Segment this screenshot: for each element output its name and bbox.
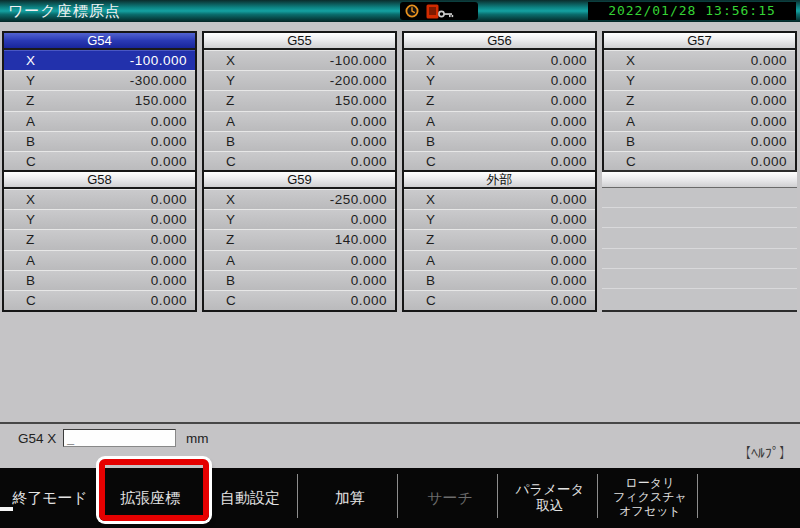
softkey-end-mode[interactable]: 終了モード: [0, 468, 100, 528]
table-row[interactable]: A0.000: [4, 111, 195, 131]
axis-label: Y: [204, 212, 271, 227]
softkey-label: オフセット: [619, 505, 680, 519]
softkey-extended-coordinate[interactable]: 拡張座標: [100, 468, 200, 528]
key-lock-icon: [426, 4, 454, 19]
softkey-search[interactable]: サーチ: [400, 468, 500, 528]
table-row[interactable]: B0.000: [404, 270, 595, 290]
axis-value: 0.000: [471, 73, 595, 88]
clock-icon: [405, 4, 419, 18]
table-row[interactable]: X0.000: [404, 50, 595, 70]
table-row[interactable]: Z0.000: [4, 229, 195, 249]
axis-value: 0.000: [471, 232, 595, 247]
table-row[interactable]: B0.000: [404, 131, 595, 151]
table-row[interactable]: X0.000: [4, 189, 195, 209]
table-row[interactable]: X-250.000: [204, 189, 395, 209]
axis-value: -250.000: [271, 192, 395, 207]
table-row[interactable]: C0.000: [204, 151, 395, 171]
table-row[interactable]: A0.000: [204, 111, 395, 131]
table-row[interactable]: A0.000: [604, 111, 795, 131]
axis-value: 0.000: [471, 154, 595, 169]
table-row[interactable]: A0.000: [404, 250, 595, 270]
axis-value: 0.000: [271, 253, 395, 268]
coord-table-3: G56X0.000Y0.000Z0.000A0.000B0.000C0.000: [402, 31, 597, 173]
table-row[interactable]: C0.000: [404, 290, 595, 310]
axis-label: X: [604, 53, 671, 68]
table-row[interactable]: X0.000: [404, 189, 595, 209]
table-row[interactable]: X0.000: [604, 50, 795, 70]
axis-value: 0.000: [471, 134, 595, 149]
axis-label: B: [204, 273, 271, 288]
axis-value: 0.000: [671, 73, 795, 88]
axis-value: 0.000: [671, 114, 795, 129]
empty-table-row: [602, 248, 797, 268]
table-row[interactable]: B0.000: [204, 131, 395, 151]
table-row[interactable]: Z150.000: [204, 90, 395, 110]
softkey-auto-setting[interactable]: 自動設定: [200, 468, 300, 528]
softkey-addition[interactable]: 加算: [300, 468, 400, 528]
table-header: G59: [204, 172, 395, 189]
table-row[interactable]: Y0.000: [204, 209, 395, 229]
status-icon-plate: [400, 2, 478, 20]
table-row[interactable]: C0.000: [204, 290, 395, 310]
table-row[interactable]: Y0.000: [4, 209, 195, 229]
coord-table-2: G55X-100.000Y-200.000Z150.000A0.000B0.00…: [202, 31, 397, 173]
table-row[interactable]: A0.000: [4, 250, 195, 270]
table-header: G57: [604, 33, 795, 50]
axis-label: X: [204, 53, 271, 68]
axis-label: B: [204, 134, 271, 149]
axis-value: 0.000: [71, 253, 195, 268]
coord-table-5: G58X0.000Y0.000Z0.000A0.000B0.000C0.000: [2, 170, 197, 312]
table-row[interactable]: A0.000: [404, 111, 595, 131]
table-row[interactable]: A0.000: [204, 250, 395, 270]
axis-value: 0.000: [271, 154, 395, 169]
table-row[interactable]: C0.000: [604, 151, 795, 171]
table-row[interactable]: C0.000: [4, 151, 195, 171]
axis-value: 0.000: [471, 53, 595, 68]
axis-value: -200.000: [271, 73, 395, 88]
axis-value: 0.000: [471, 253, 595, 268]
table-row[interactable]: Z150.000: [4, 90, 195, 110]
axis-label: Y: [4, 212, 71, 227]
axis-value: 0.000: [71, 232, 195, 247]
axis-label: Z: [204, 93, 271, 108]
table-header: G54: [4, 33, 195, 50]
softkey-separator: [397, 474, 398, 518]
table-row[interactable]: Y0.000: [604, 70, 795, 90]
axis-value: 0.000: [71, 212, 195, 227]
table-row[interactable]: Y-300.000: [4, 70, 195, 90]
axis-value: 0.000: [471, 293, 595, 308]
softkey-rotary-fixture-offset[interactable]: ロータリフィクスチャオフセット: [600, 468, 700, 528]
softkey-label: サーチ: [427, 489, 473, 507]
axis-label: C: [4, 293, 71, 308]
unit-label: mm: [186, 431, 209, 446]
value-input[interactable]: _: [63, 429, 176, 447]
axis-label: X: [404, 53, 471, 68]
softkey-parameter-import[interactable]: パラメータ取込: [500, 468, 600, 528]
axis-value: 0.000: [71, 154, 195, 169]
table-row[interactable]: C0.000: [4, 290, 195, 310]
table-row[interactable]: Z140.000: [204, 229, 395, 249]
axis-label: Z: [204, 232, 271, 247]
table-row[interactable]: Y-200.000: [204, 70, 395, 90]
axis-label: A: [204, 114, 271, 129]
table-row[interactable]: Z0.000: [404, 229, 595, 249]
axis-label: Y: [4, 73, 71, 88]
table-row[interactable]: Y0.000: [404, 70, 595, 90]
table-row[interactable]: Z0.000: [604, 90, 795, 110]
softkey-label: 加算: [335, 489, 365, 507]
axis-value: 0.000: [471, 93, 595, 108]
table-row[interactable]: X-100.000: [204, 50, 395, 70]
input-cursor: _: [67, 431, 74, 445]
table-row[interactable]: B0.000: [4, 131, 195, 151]
table-row[interactable]: Y0.000: [404, 209, 595, 229]
table-row[interactable]: B0.000: [4, 270, 195, 290]
table-row[interactable]: Z0.000: [404, 90, 595, 110]
table-row[interactable]: B0.000: [604, 131, 795, 151]
table-group-bottom: G58X0.000Y0.000Z0.000A0.000B0.000C0.000G…: [2, 170, 797, 312]
axis-value: 0.000: [471, 114, 595, 129]
table-row[interactable]: B0.000: [204, 270, 395, 290]
table-row[interactable]: X-100.000: [4, 50, 195, 70]
axis-label: A: [4, 253, 71, 268]
table-row[interactable]: C0.000: [404, 151, 595, 171]
softkey-bar: 終了モード拡張座標自動設定加算サーチパラメータ取込ロータリフィクスチャオフセット: [0, 468, 800, 528]
